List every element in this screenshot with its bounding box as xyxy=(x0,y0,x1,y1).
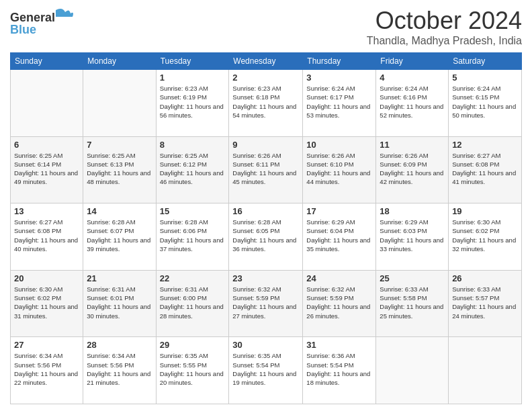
logo: General Blue xyxy=(10,7,74,40)
header-thursday: Thursday xyxy=(303,53,376,70)
day-info: Sunrise: 6:34 AM Sunset: 5:56 PM Dayligh… xyxy=(87,351,152,387)
day-info: Sunrise: 6:28 AM Sunset: 6:07 PM Dayligh… xyxy=(87,218,152,253)
header-tuesday: Tuesday xyxy=(156,53,229,70)
calendar-cell: 11Sunrise: 6:26 AM Sunset: 6:09 PM Dayli… xyxy=(376,136,449,203)
calendar-table: Sunday Monday Tuesday Wednesday Thursday… xyxy=(10,52,522,404)
location: Thandla, Madhya Pradesh, India xyxy=(367,35,522,47)
day-number: 23 xyxy=(232,273,299,283)
day-number: 5 xyxy=(452,73,518,83)
day-number: 24 xyxy=(306,273,372,283)
day-info: Sunrise: 6:30 AM Sunset: 6:02 PM Dayligh… xyxy=(14,285,79,320)
header-saturday: Saturday xyxy=(449,53,522,70)
day-info: Sunrise: 6:24 AM Sunset: 6:17 PM Dayligh… xyxy=(306,84,372,120)
day-number: 15 xyxy=(160,206,226,216)
day-info: Sunrise: 6:34 AM Sunset: 5:56 PM Dayligh… xyxy=(14,351,79,387)
day-number: 10 xyxy=(306,140,372,150)
week-row-2: 13Sunrise: 6:27 AM Sunset: 6:08 PM Dayli… xyxy=(11,203,522,271)
calendar-cell: 27Sunrise: 6:34 AM Sunset: 5:56 PM Dayli… xyxy=(11,337,83,404)
calendar-cell: 5Sunrise: 6:24 AM Sunset: 6:15 PM Daylig… xyxy=(449,70,522,137)
day-number: 2 xyxy=(232,73,299,83)
day-number: 18 xyxy=(380,206,445,216)
week-row-1: 6Sunrise: 6:25 AM Sunset: 6:14 PM Daylig… xyxy=(11,136,522,203)
day-info: Sunrise: 6:33 AM Sunset: 5:57 PM Dayligh… xyxy=(452,285,518,320)
day-number: 21 xyxy=(87,273,152,283)
day-info: Sunrise: 6:24 AM Sunset: 6:15 PM Dayligh… xyxy=(452,84,518,120)
day-info: Sunrise: 6:25 AM Sunset: 6:12 PM Dayligh… xyxy=(160,151,226,187)
calendar-cell: 26Sunrise: 6:33 AM Sunset: 5:57 PM Dayli… xyxy=(449,270,522,337)
day-info: Sunrise: 6:35 AM Sunset: 5:55 PM Dayligh… xyxy=(160,351,226,387)
day-info: Sunrise: 6:24 AM Sunset: 6:16 PM Dayligh… xyxy=(380,84,445,120)
calendar-cell: 12Sunrise: 6:27 AM Sunset: 6:08 PM Dayli… xyxy=(449,136,522,203)
day-info: Sunrise: 6:28 AM Sunset: 6:05 PM Dayligh… xyxy=(232,218,299,253)
day-info: Sunrise: 6:31 AM Sunset: 6:00 PM Dayligh… xyxy=(160,285,226,320)
month-title: October 2024 xyxy=(367,7,522,35)
day-number: 4 xyxy=(380,73,445,83)
day-number: 7 xyxy=(87,140,152,150)
header-monday: Monday xyxy=(83,53,156,70)
calendar-cell: 15Sunrise: 6:28 AM Sunset: 6:06 PM Dayli… xyxy=(156,203,229,271)
day-number: 20 xyxy=(14,273,79,283)
day-number: 13 xyxy=(14,206,79,216)
calendar-cell: 21Sunrise: 6:31 AM Sunset: 6:01 PM Dayli… xyxy=(83,270,156,337)
day-info: Sunrise: 6:29 AM Sunset: 6:03 PM Dayligh… xyxy=(380,218,445,253)
calendar-cell xyxy=(449,337,522,404)
day-info: Sunrise: 6:26 AM Sunset: 6:10 PM Dayligh… xyxy=(306,151,372,187)
header-friday: Friday xyxy=(376,53,449,70)
day-number: 17 xyxy=(306,206,372,216)
calendar-cell: 18Sunrise: 6:29 AM Sunset: 6:03 PM Dayli… xyxy=(376,203,449,271)
day-info: Sunrise: 6:26 AM Sunset: 6:09 PM Dayligh… xyxy=(380,151,445,187)
calendar-cell: 22Sunrise: 6:31 AM Sunset: 6:00 PM Dayli… xyxy=(156,270,229,337)
calendar-cell: 16Sunrise: 6:28 AM Sunset: 6:05 PM Dayli… xyxy=(229,203,303,271)
day-number: 16 xyxy=(232,206,299,216)
page: General Blue October 2024 Thandla, Madhy… xyxy=(0,0,532,411)
calendar-cell: 17Sunrise: 6:29 AM Sunset: 6:04 PM Dayli… xyxy=(303,203,376,271)
day-info: Sunrise: 6:25 AM Sunset: 6:14 PM Dayligh… xyxy=(14,151,79,187)
day-number: 22 xyxy=(160,273,226,283)
week-row-4: 27Sunrise: 6:34 AM Sunset: 5:56 PM Dayli… xyxy=(11,337,522,404)
day-number: 14 xyxy=(87,206,152,216)
day-info: Sunrise: 6:29 AM Sunset: 6:04 PM Dayligh… xyxy=(306,218,372,253)
day-info: Sunrise: 6:23 AM Sunset: 6:18 PM Dayligh… xyxy=(232,84,299,120)
day-info: Sunrise: 6:27 AM Sunset: 6:08 PM Dayligh… xyxy=(452,151,518,187)
day-number: 26 xyxy=(452,273,518,283)
calendar-cell: 7Sunrise: 6:25 AM Sunset: 6:13 PM Daylig… xyxy=(83,136,156,203)
title-section: October 2024 Thandla, Madhya Pradesh, In… xyxy=(367,7,522,47)
day-info: Sunrise: 6:30 AM Sunset: 6:02 PM Dayligh… xyxy=(452,218,518,253)
day-number: 30 xyxy=(232,340,299,350)
day-number: 9 xyxy=(232,140,299,150)
calendar-cell: 9Sunrise: 6:26 AM Sunset: 6:11 PM Daylig… xyxy=(229,136,303,203)
calendar-cell: 1Sunrise: 6:23 AM Sunset: 6:19 PM Daylig… xyxy=(156,70,229,137)
calendar-cell xyxy=(83,70,156,137)
calendar-cell: 4Sunrise: 6:24 AM Sunset: 6:16 PM Daylig… xyxy=(376,70,449,137)
calendar-cell: 13Sunrise: 6:27 AM Sunset: 6:08 PM Dayli… xyxy=(11,203,83,271)
calendar-cell: 19Sunrise: 6:30 AM Sunset: 6:02 PM Dayli… xyxy=(449,203,522,271)
calendar-cell: 10Sunrise: 6:26 AM Sunset: 6:10 PM Dayli… xyxy=(303,136,376,203)
day-number: 1 xyxy=(160,73,226,83)
day-number: 27 xyxy=(14,340,79,350)
calendar-cell: 6Sunrise: 6:25 AM Sunset: 6:14 PM Daylig… xyxy=(11,136,83,203)
day-info: Sunrise: 6:36 AM Sunset: 5:54 PM Dayligh… xyxy=(306,351,372,387)
calendar-cell xyxy=(376,337,449,404)
calendar-cell: 23Sunrise: 6:32 AM Sunset: 5:59 PM Dayli… xyxy=(229,270,303,337)
calendar-cell: 25Sunrise: 6:33 AM Sunset: 5:58 PM Dayli… xyxy=(376,270,449,337)
day-info: Sunrise: 6:33 AM Sunset: 5:58 PM Dayligh… xyxy=(380,285,445,320)
day-number: 31 xyxy=(306,340,372,350)
day-info: Sunrise: 6:26 AM Sunset: 6:11 PM Dayligh… xyxy=(232,151,299,187)
calendar-cell: 24Sunrise: 6:32 AM Sunset: 5:59 PM Dayli… xyxy=(303,270,376,337)
day-number: 6 xyxy=(14,140,79,150)
calendar-header-row: Sunday Monday Tuesday Wednesday Thursday… xyxy=(11,53,522,70)
week-row-3: 20Sunrise: 6:30 AM Sunset: 6:02 PM Dayli… xyxy=(11,270,522,337)
day-number: 8 xyxy=(160,140,226,150)
logo-text: General Blue xyxy=(10,7,74,40)
calendar-cell: 2Sunrise: 6:23 AM Sunset: 6:18 PM Daylig… xyxy=(229,70,303,137)
day-info: Sunrise: 6:31 AM Sunset: 6:01 PM Dayligh… xyxy=(87,285,152,320)
calendar-cell: 8Sunrise: 6:25 AM Sunset: 6:12 PM Daylig… xyxy=(156,136,229,203)
day-number: 3 xyxy=(306,73,372,83)
day-number: 29 xyxy=(160,340,226,350)
header: General Blue October 2024 Thandla, Madhy… xyxy=(10,7,522,47)
calendar-cell: 28Sunrise: 6:34 AM Sunset: 5:56 PM Dayli… xyxy=(83,337,156,404)
day-number: 19 xyxy=(452,206,518,216)
calendar-cell: 3Sunrise: 6:24 AM Sunset: 6:17 PM Daylig… xyxy=(303,70,376,137)
week-row-0: 1Sunrise: 6:23 AM Sunset: 6:19 PM Daylig… xyxy=(11,70,522,137)
svg-text:Blue: Blue xyxy=(10,23,36,36)
